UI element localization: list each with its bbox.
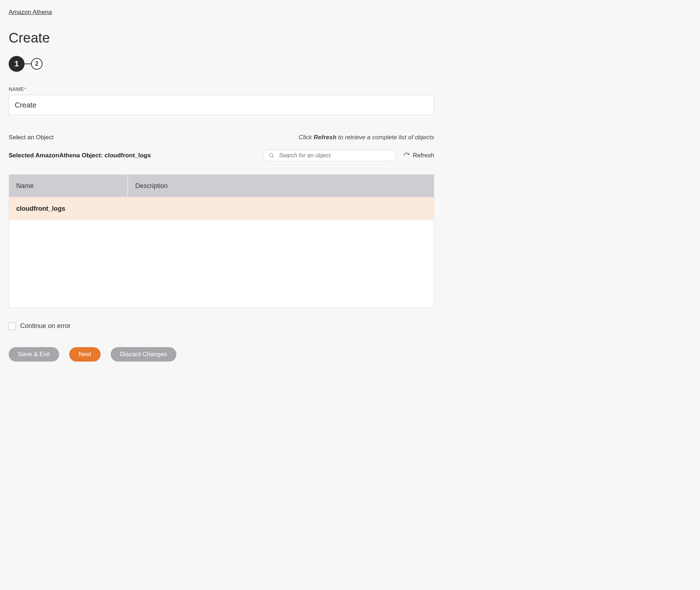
page-title: Create [9, 30, 434, 46]
next-button[interactable]: Next [69, 347, 101, 362]
save-exit-button[interactable]: Save & Exit [9, 347, 59, 362]
discard-changes-button[interactable]: Discard Changes [111, 347, 176, 362]
selected-object-label: Selected AmazonAthena Object: cloudfront… [9, 152, 151, 159]
cell-name: cloudfront_logs [9, 205, 128, 213]
step-connector [25, 64, 31, 64]
svg-line-1 [272, 156, 274, 158]
search-box[interactable] [263, 150, 396, 161]
refresh-button[interactable]: Refresh [403, 152, 434, 159]
continue-on-error-checkbox[interactable] [9, 323, 16, 330]
required-asterisk: * [24, 86, 26, 92]
svg-point-0 [269, 153, 273, 157]
table-header: Name Description [9, 175, 434, 197]
col-header-name[interactable]: Name [9, 175, 128, 197]
step-2[interactable]: 2 [31, 58, 43, 70]
search-input[interactable] [279, 152, 390, 159]
refresh-hint: Click Refresh to retrieve a complete lis… [299, 134, 434, 141]
name-label: NAME* [9, 86, 434, 92]
breadcrumb-link[interactable]: Amazon Athena [9, 9, 52, 16]
table-row[interactable]: cloudfront_logs [9, 197, 434, 220]
col-header-description[interactable]: Description [128, 182, 434, 190]
search-icon [269, 153, 274, 158]
select-object-label: Select an Object [9, 134, 54, 141]
step-1[interactable]: 1 [9, 56, 25, 72]
object-table: Name Description cloudfront_logs [9, 174, 434, 308]
continue-on-error-label: Continue on error [20, 322, 71, 330]
name-input[interactable] [9, 95, 434, 115]
refresh-icon [403, 152, 410, 159]
refresh-label: Refresh [413, 152, 434, 159]
stepper: 1 2 [9, 56, 434, 72]
